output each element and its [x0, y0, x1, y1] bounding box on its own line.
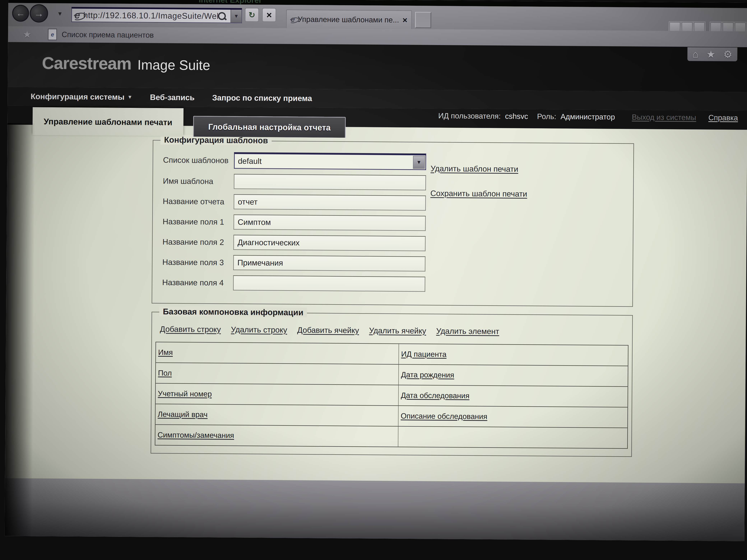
gear-icon[interactable]: ⚙ [723, 49, 732, 60]
table-row: Имя ИД пациента [156, 342, 628, 366]
page-content: Конфигурация шаблонов Список шаблонов de… [5, 125, 747, 483]
table-row: Пол Дата рождения [156, 363, 628, 387]
select-dropdown-button[interactable]: ▼ [413, 156, 425, 169]
table-cell[interactable]: Симптомы/замечания [155, 425, 398, 447]
field-1-label: Название поля 1 [162, 217, 233, 226]
cell-link-symptoms[interactable]: Симптомы/замечания [157, 431, 234, 440]
favorites-link[interactable]: Список приема пациентов [61, 30, 154, 39]
browser-tab[interactable]: e Управление шаблонами пе... × [286, 9, 412, 29]
monitor-screen: Internet Explorer ← → ▼ e http://192.168… [4, 0, 747, 541]
chevron-down-icon: ▼ [416, 159, 421, 165]
close-icon[interactable]: × [403, 15, 407, 25]
template-name-input[interactable] [234, 174, 426, 190]
delete-element-link[interactable]: Удалить элемент [436, 326, 499, 336]
form-row: Название отчета [163, 194, 623, 212]
ie-icon: e [74, 10, 80, 20]
add-row-link[interactable]: Добавить строку [160, 324, 221, 334]
field-2-label: Название поля 2 [162, 237, 233, 247]
back-icon: ← [16, 8, 25, 19]
delete-cell-link[interactable]: Удалить ячейку [369, 326, 426, 335]
home-icon[interactable]: ⌂ [692, 48, 698, 60]
refresh-button[interactable]: ↻ [245, 8, 259, 22]
form-row: Название поля 3 [162, 255, 623, 273]
table-cell[interactable]: Дата обследования [398, 385, 627, 407]
cell-link-study-date[interactable]: Дата обследования [401, 391, 469, 400]
form-row: Название поля 2 [162, 234, 623, 252]
form-row: Список шаблонов default ▼ [163, 152, 624, 171]
report-title-input[interactable] [234, 194, 426, 211]
template-list-select[interactable]: default ▼ [234, 152, 426, 170]
command-bar: ⌂ ★ ⚙ [687, 47, 738, 61]
window-control-button[interactable] [723, 22, 733, 32]
user-id-value: cshsvc [505, 112, 528, 121]
tab-global-report-settings[interactable]: Глобальная настройка отчета [193, 116, 346, 138]
table-row: Симптомы/замечания [155, 425, 627, 448]
logout-link[interactable]: Выход из системы [632, 113, 696, 122]
table-cell[interactable]: Описание обследования [398, 406, 627, 428]
stop-button[interactable]: × [262, 8, 276, 22]
window-control-button[interactable] [669, 22, 680, 32]
table-cell[interactable]: Имя [156, 342, 399, 364]
search-icon[interactable] [218, 12, 226, 20]
chevron-down-icon: ▼ [234, 13, 239, 19]
table-cell[interactable]: Дата рождения [399, 365, 628, 386]
window-control-button[interactable] [694, 22, 705, 32]
field-3-label: Название поля 3 [162, 258, 233, 267]
cell-link-sex[interactable]: Пол [158, 369, 172, 377]
template-config-fieldset: Конфигурация шаблонов Список шаблонов de… [152, 140, 634, 307]
table-row: Учетный номер Дата обследования [156, 383, 628, 407]
web-page: Carestream Image Suite Конфигурация сист… [4, 42, 747, 541]
address-bar[interactable]: e http://192.168.10.1/ImageSuite/Web/R ▼ [71, 7, 242, 23]
cell-link-patient-id[interactable]: ИД пациента [401, 350, 446, 359]
window-title: Internet Explorer [199, 0, 262, 5]
cell-link-accession-number[interactable]: Учетный номер [158, 389, 212, 398]
nav-history-dropdown-icon[interactable]: ▼ [57, 10, 63, 17]
page-icon: e [48, 29, 57, 40]
layout-toolbar: Добавить строку Удалить строку Добавить … [160, 324, 628, 337]
table-cell[interactable] [398, 426, 627, 448]
window-control-button[interactable] [735, 22, 746, 32]
field-1-input[interactable] [233, 214, 426, 231]
field-2-input[interactable] [233, 235, 426, 251]
url-text[interactable]: http://192.168.10.1/ImageSuite/Web/R [83, 10, 218, 21]
cell-link-name[interactable]: Имя [158, 348, 173, 357]
tab-label: Управление шаблонами печати [44, 117, 172, 127]
window-control-button[interactable] [681, 22, 692, 32]
tab-label: Глобальная настройка отчета [208, 122, 331, 132]
save-template-link[interactable]: Сохранить шаблон печати [431, 189, 527, 198]
favorites-star-icon[interactable]: ★ [23, 29, 32, 40]
delete-row-link[interactable]: Удалить строку [231, 325, 287, 335]
table-cell[interactable]: ИД пациента [399, 344, 628, 366]
cell-link-study-description[interactable]: Описание обследования [401, 412, 487, 421]
table-cell[interactable]: Учетный номер [156, 383, 399, 405]
selected-template: default [238, 157, 262, 166]
brand-logo: Carestream [42, 53, 131, 73]
stop-icon: × [266, 9, 272, 20]
photo-frame: Internet Explorer ← → ▼ e http://192.168… [0, 0, 747, 560]
menu-item-system-config[interactable]: Конфигурация системы ▼ [30, 92, 132, 102]
cell-link-attending-physician[interactable]: Лечащий врач [158, 410, 208, 419]
cell-link-birth-date[interactable]: Дата рождения [401, 370, 454, 379]
menu-item-label: Конфигурация системы [30, 92, 124, 102]
menu-item-label: Веб-запись [150, 93, 195, 102]
table-cell[interactable]: Пол [156, 363, 399, 384]
table-cell[interactable]: Лечащий врач [155, 404, 398, 426]
star-icon[interactable]: ★ [706, 48, 716, 60]
refresh-icon: ↻ [249, 10, 255, 19]
address-dropdown-button[interactable]: ▼ [230, 10, 241, 23]
forward-button[interactable]: → [30, 4, 48, 23]
window-control-button[interactable] [711, 22, 721, 32]
add-cell-link[interactable]: Добавить ячейку [297, 325, 359, 335]
field-4-input[interactable] [233, 275, 426, 292]
menu-item-worklist-query[interactable]: Запрос по списку приема [212, 93, 312, 103]
delete-template-link[interactable]: Удалить шаблон печати [431, 164, 518, 174]
ie-icon: e [290, 16, 295, 23]
report-title-label: Название отчета [163, 197, 234, 206]
back-button[interactable]: ← [12, 5, 29, 22]
tab-print-template-management[interactable]: Управление шаблонами печати [32, 107, 183, 136]
field-3-input[interactable] [233, 255, 426, 271]
help-link[interactable]: Справка [709, 113, 738, 122]
new-tab-button[interactable] [415, 12, 431, 28]
menu-item-web-record[interactable]: Веб-запись [150, 93, 195, 102]
template-name-label: Имя шаблона [163, 177, 234, 186]
